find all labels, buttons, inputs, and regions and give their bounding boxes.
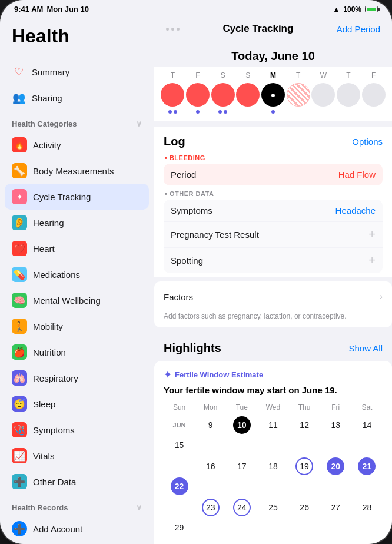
sidebar-item-activity[interactable]: 🔥 Activity [0, 132, 154, 158]
cal-sat: Sat [351, 402, 383, 413]
cal-fertile-19: 19 [295, 457, 313, 475]
add-period-button[interactable]: Add Period [337, 24, 380, 34]
log-options-button[interactable]: Options [352, 137, 383, 147]
cal-12[interactable]: 12 [289, 415, 320, 435]
sidebar-item-body-measurements[interactable]: 🦴 Body Measurements [0, 158, 154, 184]
week-circle-6[interactable] [311, 83, 335, 107]
symptoms-row[interactable]: Symptoms Headache [164, 200, 383, 222]
mini-calendar: Sun Mon Tue Wed Thu Fri Sat JUN 9 [164, 402, 383, 538]
week-days-row: T F S S M T W T F [160, 71, 386, 79]
factors-label: Factors [164, 292, 193, 302]
cal-26[interactable]: 26 [289, 497, 320, 518]
medications-icon: 💊 [12, 267, 27, 282]
cal-24[interactable]: 24 [226, 497, 257, 518]
factors-row[interactable]: Factors › [154, 284, 392, 310]
main-content: Health ♡ Summary 👥 Sharing Health Catego… [0, 16, 392, 544]
body-icon: 🦴 [12, 163, 27, 178]
summary-icon: ♡ [12, 65, 26, 79]
mental-icon: 🧠 [12, 293, 27, 308]
panel-title: Cycle Tracking [222, 23, 293, 35]
sidebar-item-mobility[interactable]: 🚶 Mobility [0, 313, 154, 339]
sidebar-item-clinical-docs[interactable]: 📋 Clinical Documents [0, 542, 154, 544]
cal-13[interactable]: 13 [320, 415, 351, 435]
dot-3 [177, 28, 180, 31]
period-label: Period [171, 170, 196, 180]
cal-28[interactable]: 28 [351, 497, 383, 518]
panel-header: Cycle Tracking Add Period [154, 16, 392, 42]
week-circle-4[interactable]: ● [261, 83, 285, 107]
activity-icon: 🔥 [12, 137, 27, 152]
sidebar-item-heart[interactable]: ❤️ Heart [0, 235, 154, 261]
cal-11[interactable]: 11 [257, 415, 288, 435]
day-label-f: F [185, 71, 211, 79]
day-label-t2: T [285, 71, 311, 79]
week-circle-3[interactable] [236, 83, 260, 107]
sidebar-item-sleep[interactable]: 😴 Sleep [0, 391, 154, 417]
pregnancy-row[interactable]: Pregnancy Test Result + [164, 222, 383, 248]
sidebar-item-add-account[interactable]: ➕ Add Account [0, 516, 154, 542]
cal-29[interactable]: 29 [164, 518, 195, 538]
cal-15[interactable]: 15 [164, 435, 195, 455]
sidebar-item-nutrition[interactable]: 🍎 Nutrition [0, 339, 154, 365]
week-circle-7[interactable] [337, 83, 360, 107]
sleep-icon: 😴 [12, 396, 27, 412]
week-circle-2[interactable] [211, 83, 235, 107]
cal-20[interactable]: 20 [320, 456, 351, 476]
cal-9[interactable]: 9 [195, 415, 226, 435]
cycle-label: Cycle Tracking [33, 192, 91, 202]
cal-fertile-20: 20 [327, 457, 344, 475]
sidebar-item-hearing[interactable]: 👂 Hearing [0, 210, 154, 235]
sidebar-item-vitals[interactable]: 📈 Vitals [0, 443, 154, 469]
cal-17[interactable]: 17 [226, 456, 257, 476]
cal-21[interactable]: 21 [351, 456, 383, 476]
sidebar-item-mental-wellbeing[interactable]: 🧠 Mental Wellbeing [0, 287, 154, 313]
cal-fri: Fri [320, 402, 351, 413]
week-circle-1[interactable] [186, 83, 210, 107]
cal-10[interactable]: 10 [226, 415, 257, 435]
spotting-row[interactable]: Spotting + [164, 248, 383, 273]
cal-19[interactable]: 19 [289, 456, 320, 476]
vitals-label: Vitals [33, 451, 54, 461]
cal-mon: Mon [195, 402, 226, 413]
respiratory-label: Respiratory [33, 373, 78, 383]
sidebar-item-symptoms[interactable]: 🩺 Symptoms [0, 417, 154, 443]
cal-25[interactable]: 25 [257, 497, 288, 518]
cal-27[interactable]: 27 [320, 497, 351, 518]
period-row[interactable]: Period Had Flow [164, 164, 383, 185]
cal-wed: Wed [257, 402, 288, 413]
cal-18[interactable]: 18 [257, 456, 288, 476]
cal-jun-label: JUN [164, 415, 195, 435]
log-header: Log Options [164, 135, 383, 148]
heart-label: Heart [33, 244, 55, 254]
sidebar-item-medications[interactable]: 💊 Medications [0, 261, 154, 287]
show-all-button[interactable]: Show All [348, 343, 383, 353]
cal-22[interactable]: 22 [164, 476, 195, 496]
cal-tue: Tue [226, 402, 257, 413]
app-title: Health [12, 25, 142, 47]
cal-fertile-23: 23 [202, 499, 220, 516]
week-circle-5[interactable] [287, 83, 310, 107]
symptoms-row-label: Symptoms [171, 205, 212, 215]
week-circle-0[interactable] [161, 83, 184, 107]
sidebar-item-sharing[interactable]: 👥 Sharing [0, 85, 154, 111]
sidebar-item-other-data[interactable]: ➕ Other Data [0, 469, 154, 495]
cal-23[interactable]: 23 [195, 497, 226, 518]
respiratory-icon: 🫁 [12, 370, 27, 386]
fertile-label: ✦ Fertile Window Estimate [164, 369, 383, 380]
health-records-label: Health Records [12, 503, 68, 512]
cal-row-3: 23 24 25 26 27 28 29 [164, 497, 383, 538]
spotting-plus: + [368, 254, 376, 267]
categories-chevron-icon: ∨ [136, 119, 142, 128]
cal-14[interactable]: 14 [351, 415, 383, 435]
cal-row-1: JUN 9 10 11 12 13 14 15 [164, 415, 383, 455]
factors-description: Add factors such as pregnancy, lactation… [154, 310, 392, 327]
health-categories-label: Health Categories [12, 120, 77, 128]
records-chevron-icon: ∨ [136, 503, 142, 512]
sidebar-item-respiratory[interactable]: 🫁 Respiratory [0, 365, 154, 391]
medications-label: Medications [33, 270, 80, 280]
sidebar-item-summary[interactable]: ♡ Summary [0, 59, 154, 85]
cal-today-circle: 10 [233, 416, 251, 434]
week-circle-8[interactable] [362, 83, 386, 107]
cal-16[interactable]: 16 [195, 456, 226, 476]
sidebar-item-cycle-tracking[interactable]: ✦ Cycle Tracking [5, 184, 149, 210]
